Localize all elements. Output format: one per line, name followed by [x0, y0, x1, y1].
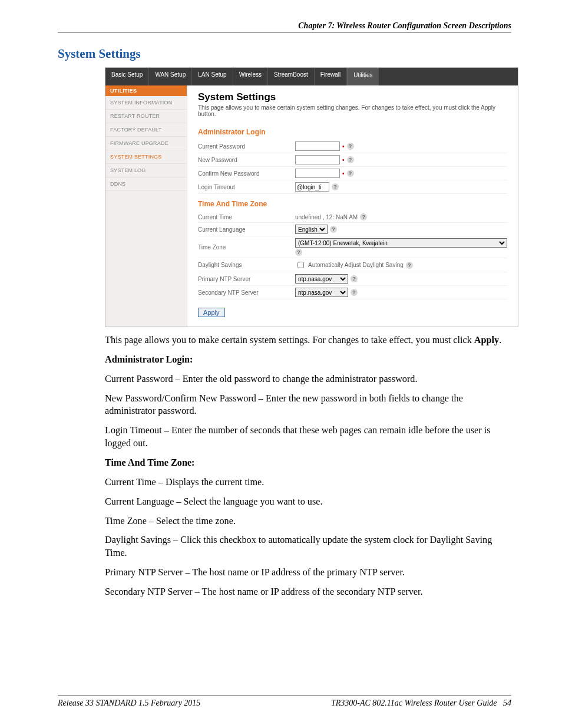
confirm-new-password-input[interactable]	[295, 169, 340, 178]
help-icon[interactable]: ?	[295, 249, 302, 256]
label-current-password: Current Password	[198, 143, 295, 150]
primary-ntp-select[interactable]: ntp.nasa.gov	[295, 274, 348, 284]
tab-basic-setup[interactable]: Basic Setup	[105, 68, 149, 85]
time-zone-select[interactable]: (GMT-12:00) Enewetak, Kwajalein	[295, 238, 507, 248]
label-time-zone: Time Zone	[198, 244, 295, 251]
sidebar-item-factory-default[interactable]: FACTORY DEFAULT	[105, 123, 187, 137]
current-password-input[interactable]	[295, 141, 340, 151]
row-daylight-savings: Daylight Savings Automatically Adjust Da…	[198, 258, 507, 272]
help-icon[interactable]: ?	[332, 183, 339, 190]
login-timeout-input[interactable]	[295, 182, 329, 192]
row-current-password: Current Password • ?	[198, 140, 507, 153]
row-current-language: Current Language English ?	[198, 223, 507, 236]
label-confirm-new-password: Confirm New Password	[198, 170, 295, 177]
sidebar-item-ddns[interactable]: DDNS	[105, 177, 187, 191]
main-nav: Basic Setup WAN Setup LAN Setup Wireless…	[105, 68, 518, 85]
panel-description: This page allows you to make certain sys…	[198, 104, 507, 117]
chapter-header: Chapter 7: Wireless Router Configuration…	[58, 21, 511, 31]
daylight-savings-text: Automatically Adjust Daylight Saving	[308, 262, 404, 268]
current-time-value: undefined , 12::NaN AM	[295, 214, 358, 220]
subheading-admin-login: Administrator Login:	[105, 354, 511, 367]
section-title: System Settings	[58, 47, 511, 61]
paragraph: This page allows you to make certain sys…	[105, 334, 511, 347]
help-icon[interactable]: ?	[406, 262, 413, 269]
main-panel: System Settings This page allows you to …	[187, 85, 518, 327]
required-icon: •	[342, 170, 345, 177]
row-login-timeout: Login Timeout ?	[198, 180, 507, 194]
footer-left: Release 33 STANDARD 1.5 February 2015	[58, 699, 200, 708]
daylight-savings-checkbox[interactable]	[297, 262, 304, 268]
tab-firewall[interactable]: Firewall	[315, 68, 347, 85]
help-icon[interactable]: ?	[347, 170, 354, 177]
panel-title: System Settings	[198, 91, 507, 103]
footer-right: TR3300-AC 802.11ac Wireless Router User …	[331, 699, 511, 708]
label-new-password: New Password	[198, 157, 295, 163]
row-current-time: Current Time undefined , 12::NaN AM ?	[198, 212, 507, 223]
row-secondary-ntp: Secondary NTP Server ntp.nasa.gov ?	[198, 286, 507, 299]
row-time-zone: Time Zone (GMT-12:00) Enewetak, Kwajalei…	[198, 236, 507, 258]
help-icon[interactable]: ?	[351, 275, 358, 282]
label-current-time: Current Time	[198, 214, 295, 220]
new-password-input[interactable]	[295, 155, 340, 164]
help-icon[interactable]: ?	[330, 226, 337, 233]
paragraph: New Password/Confirm New Password – Ente…	[105, 393, 511, 419]
label-primary-ntp: Primary NTP Server	[198, 276, 295, 282]
label-secondary-ntp: Secondary NTP Server	[198, 289, 295, 296]
paragraph: Daylight Savings – Click this checkbox t…	[105, 534, 511, 560]
footer-rule	[58, 696, 511, 696]
sidebar-header: UTILITIES	[105, 85, 187, 96]
help-icon[interactable]: ?	[360, 213, 367, 220]
required-icon: •	[342, 157, 345, 163]
sidebar-item-system-log[interactable]: SYSTEM LOG	[105, 164, 187, 177]
paragraph: Time Zone – Select the time zone.	[105, 515, 511, 528]
sidebar-item-system-information[interactable]: SYSTEM INFORMATION	[105, 96, 187, 110]
current-language-select[interactable]: English	[295, 225, 328, 234]
router-ui-screenshot: Basic Setup WAN Setup LAN Setup Wireless…	[105, 67, 518, 327]
label-daylight-savings: Daylight Savings	[198, 262, 295, 268]
secondary-ntp-select[interactable]: ntp.nasa.gov	[295, 288, 348, 297]
paragraph: Secondary NTP Server – The host name or …	[105, 586, 511, 599]
label-current-language: Current Language	[198, 226, 295, 233]
help-icon[interactable]: ?	[347, 156, 354, 163]
page-footer: Release 33 STANDARD 1.5 February 2015 TR…	[58, 696, 511, 708]
sidebar-item-system-settings[interactable]: SYSTEM SETTINGS	[105, 150, 187, 164]
row-new-password: New Password • ?	[198, 153, 507, 167]
tab-utilities[interactable]: Utilities	[347, 68, 379, 85]
paragraph: Current Language – Select the language y…	[105, 496, 511, 509]
time-zone-header: Time And Time Zone	[198, 200, 507, 208]
required-icon: •	[342, 143, 345, 150]
help-icon[interactable]: ?	[351, 289, 358, 296]
row-confirm-new-password: Confirm New Password • ?	[198, 167, 507, 180]
tab-wireless[interactable]: Wireless	[233, 68, 268, 85]
admin-login-header: Administrator Login	[198, 128, 507, 136]
paragraph: Primary NTP Server – The host name or IP…	[105, 566, 511, 579]
body-text: This page allows you to make certain sys…	[105, 334, 511, 599]
paragraph: Login Timeout – Enter the number of seco…	[105, 424, 511, 450]
subheading-time-zone: Time And Time Zone:	[105, 457, 511, 470]
tab-streamboost[interactable]: StreamBoost	[268, 68, 315, 85]
paragraph: Current Password – Enter the old passwor…	[105, 373, 511, 386]
sidebar: UTILITIES SYSTEM INFORMATION RESTART ROU…	[105, 85, 187, 327]
sidebar-item-restart-router[interactable]: RESTART ROUTER	[105, 110, 187, 123]
sidebar-item-firmware-upgrade[interactable]: FIRMWARE UPGRADE	[105, 137, 187, 150]
header-rule	[58, 32, 511, 32]
paragraph: Current Time – Displays the current time…	[105, 476, 511, 489]
label-login-timeout: Login Timeout	[198, 184, 295, 190]
tab-lan-setup[interactable]: LAN Setup	[192, 68, 233, 85]
row-primary-ntp: Primary NTP Server ntp.nasa.gov ?	[198, 272, 507, 286]
help-icon[interactable]: ?	[347, 143, 354, 150]
apply-button[interactable]: Apply	[198, 308, 225, 317]
tab-wan-setup[interactable]: WAN Setup	[149, 68, 192, 85]
